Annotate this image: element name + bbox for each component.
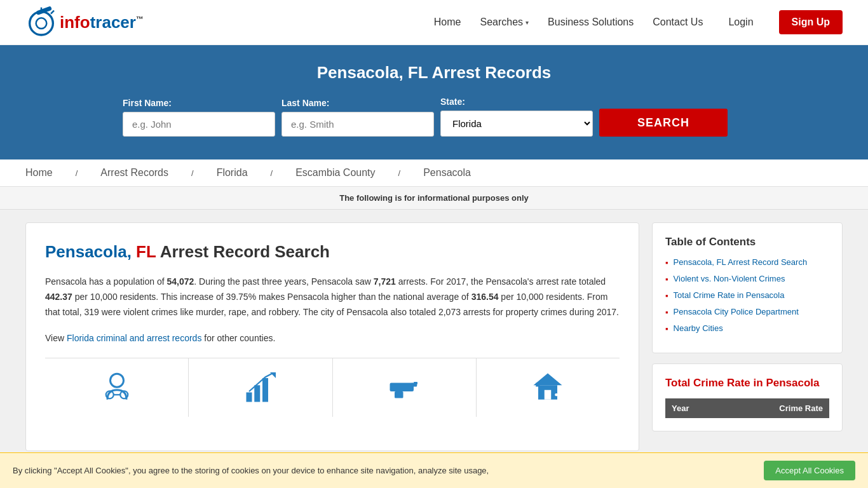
body-text-1: Pensacola has a population of [45, 276, 166, 287]
crime-rate-box: Total Crime Rate in Pensacola Year Crime… [652, 363, 843, 431]
toc-link-4[interactable]: Pensacola City Police Department [674, 307, 799, 316]
breadcrumb-sep1: / [76, 168, 78, 178]
header: infotracer™ Home Searches ▾ Business Sol… [0, 0, 868, 45]
article-body: Pensacola has a population of 54,072. Du… [45, 274, 620, 320]
body-text-4: per 10,000 residents. This increase of 3… [72, 292, 471, 302]
sidebar: Table of Contents Pensacola, FL Arrest R… [652, 222, 843, 451]
logo: infotracer™ [25, 6, 144, 38]
hero-title: Pensacola, FL Arrest Records [25, 63, 843, 83]
main-nav: Home Searches ▾ Business Solutions Conta… [434, 10, 843, 34]
nav-contact[interactable]: Contact Us [653, 17, 703, 28]
svg-rect-10 [254, 385, 260, 402]
crime-rate-table: Year Crime Rate [665, 398, 829, 418]
toc-link-2[interactable]: Violent vs. Non-Violent Crimes [674, 274, 785, 283]
logo-tm: ™ [136, 15, 144, 24]
main-content: Pensacola, FL Arrest Record Search Pensa… [0, 210, 868, 464]
breadcrumb-sep4: / [398, 168, 401, 178]
arrests-value: 7,721 [374, 276, 396, 287]
svg-rect-20 [536, 383, 540, 387]
state-label: State: [440, 97, 465, 107]
chart-icon [241, 369, 280, 407]
svg-marker-12 [270, 372, 276, 378]
icon-cell-3 [333, 358, 477, 417]
toc-item-4: Pensacola City Police Department [665, 307, 829, 317]
first-name-label: First Name: [123, 98, 172, 108]
house-icon [529, 369, 567, 407]
breadcrumb-sep3: / [271, 168, 273, 178]
icon-cell-4 [477, 358, 620, 417]
icon-cell-1 [45, 358, 189, 417]
toc-item-1: Pensacola, FL Arrest Record Search [665, 257, 829, 268]
article-title-rest: Arrest Record Search [160, 242, 330, 261]
svg-rect-16 [414, 382, 417, 384]
breadcrumb-arrest-records[interactable]: Arrest Records [100, 167, 168, 179]
col-year: Year [665, 398, 722, 418]
toc-link-3[interactable]: Total Crime Rate in Pensacola [674, 290, 785, 300]
arrest-icon [98, 369, 136, 407]
arrest-rate-value: 442.37 [45, 292, 72, 302]
signup-button[interactable]: Sign Up [779, 10, 843, 34]
last-name-input[interactable] [281, 112, 434, 137]
search-form: First Name: Last Name: State: Florida Al… [123, 97, 745, 137]
toc-item-5: Nearby Cities [665, 323, 829, 334]
toc-item-3: Total Crime Rate in Pensacola [665, 290, 829, 301]
article-state: FL [136, 242, 156, 261]
info-bar: The following is for informational purpo… [0, 187, 868, 210]
svg-rect-11 [262, 378, 268, 402]
link-suffix: for other counties. [201, 333, 275, 343]
logo-icon [25, 6, 57, 38]
breadcrumb-home[interactable]: Home [25, 167, 53, 179]
body-text-3: arrests. For 2017, the Pensacola's arres… [396, 276, 606, 287]
toc-link-5[interactable]: Nearby Cities [674, 323, 723, 333]
last-name-group: Last Name: [281, 98, 434, 137]
population-value: 54,072 [166, 276, 194, 287]
hero-section: Pensacola, FL Arrest Records First Name:… [0, 45, 868, 159]
svg-rect-13 [390, 383, 414, 392]
toc-item-2: Violent vs. Non-Violent Crimes [665, 274, 829, 284]
national-avg-value: 316.54 [471, 292, 499, 302]
nav-business[interactable]: Business Solutions [548, 17, 634, 28]
svg-rect-15 [395, 391, 403, 398]
searches-chevron-icon: ▾ [526, 19, 529, 26]
article: Pensacola, FL Arrest Record Search Pensa… [25, 222, 639, 451]
login-button[interactable]: Login [722, 13, 759, 32]
toc-list: Pensacola, FL Arrest Record Search Viole… [665, 257, 829, 334]
toc-box: Table of Contents Pensacola, FL Arrest R… [652, 222, 843, 353]
gun-icon [385, 369, 423, 407]
breadcrumb: Home / Arrest Records / Florida / Escamb… [0, 159, 868, 187]
florida-records-link[interactable]: Florida criminal and arrest records [67, 333, 201, 343]
breadcrumb-pensacola[interactable]: Pensacola [423, 167, 471, 179]
logo-red: info [60, 13, 90, 32]
toc-link-1[interactable]: Pensacola, FL Arrest Record Search [674, 257, 808, 267]
first-name-group: First Name: [123, 98, 275, 137]
search-button[interactable]: SEARCH [599, 109, 728, 137]
col-crime-rate: Crime Rate [722, 398, 829, 418]
last-name-label: Last Name: [281, 98, 329, 108]
article-title: Pensacola, FL Arrest Record Search [45, 242, 620, 262]
breadcrumb-florida[interactable]: Florida [217, 167, 248, 179]
crime-rate-title: Total Crime Rate in Pensacola [665, 377, 829, 390]
article-link-para: View Florida criminal and arrest records… [45, 331, 620, 346]
logo-blue: tracer [90, 13, 136, 32]
svg-point-5 [110, 374, 123, 387]
body-text-2: . During the past three years, Pensacola… [194, 276, 373, 287]
accept-cookies-button[interactable]: Accept All Cookies [764, 461, 855, 464]
svg-rect-19 [545, 390, 552, 400]
breadcrumb-sep2: / [191, 168, 194, 178]
state-select[interactable]: Florida Alabama Alaska Arizona Californi… [440, 111, 593, 137]
nav-searches[interactable]: Searches ▾ [480, 17, 529, 28]
state-group: State: Florida Alabama Alaska Arizona Ca… [440, 97, 593, 137]
info-bar-text: The following is for informational purpo… [339, 193, 529, 203]
svg-line-3 [51, 11, 54, 14]
svg-point-1 [36, 18, 47, 29]
cookie-bar: By clicking "Accept All Cookies", you ag… [0, 452, 868, 464]
first-name-input[interactable] [123, 112, 275, 137]
toc-title: Table of Contents [665, 236, 829, 248]
article-city: Pensacola, [45, 242, 132, 261]
nav-home[interactable]: Home [434, 17, 461, 28]
svg-rect-9 [246, 393, 252, 402]
svg-point-0 [30, 11, 53, 35]
breadcrumb-escambia[interactable]: Escambia County [295, 167, 375, 179]
icons-row [45, 358, 620, 417]
icon-cell-2 [189, 358, 332, 417]
